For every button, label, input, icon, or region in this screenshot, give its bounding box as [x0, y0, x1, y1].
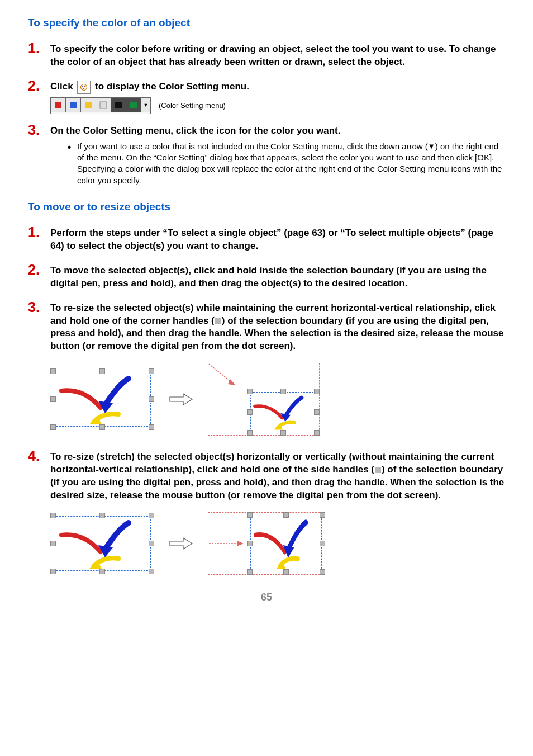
- step-1-2-text: Click to display the Color Setting menu.: [50, 81, 505, 94]
- step-number: 3.: [28, 123, 50, 137]
- selection-after: [208, 363, 320, 436]
- svg-rect-5: [70, 102, 77, 108]
- color-tool-icon[interactable]: [77, 81, 91, 94]
- svg-rect-9: [130, 102, 137, 108]
- resize-stretch-diagram: [50, 512, 505, 575]
- resize-proportional-diagram: [50, 363, 505, 436]
- step-2-2-text: To move the selected object(s), click an…: [50, 264, 505, 290]
- swatch-black[interactable]: [111, 98, 126, 112]
- selection-before: [50, 368, 154, 430]
- selection-before: [50, 513, 154, 574]
- step-2-3-text: To re-size the selected object(s) while …: [50, 302, 505, 353]
- svg-line-14: [209, 364, 232, 383]
- svg-point-1: [84, 86, 85, 87]
- color-setting-menu[interactable]: ▼: [50, 97, 151, 114]
- text-pre: If you want to use a color that is not i…: [77, 141, 428, 151]
- svg-point-0: [81, 84, 87, 90]
- arrow-right-icon: [169, 536, 193, 551]
- swatch-red[interactable]: [51, 98, 66, 112]
- down-arrow-icon: ▼: [428, 142, 435, 150]
- step-number: 1.: [28, 41, 50, 55]
- step-2-4: 4. To re-size (stretch) the selected obj…: [28, 449, 505, 502]
- step-2-1-text: Perform the steps under “To select a sin…: [50, 227, 505, 253]
- step-number: 2.: [28, 79, 50, 93]
- svg-marker-21: [237, 541, 244, 546]
- swatch-yellow[interactable]: [81, 98, 96, 112]
- selection-after: [208, 512, 325, 575]
- step-1-1-text: To specify the color before writing or d…: [50, 43, 505, 69]
- arrow-right-icon: [169, 392, 193, 407]
- text-pre: Click: [50, 81, 75, 92]
- side-handle-icon: [375, 467, 381, 473]
- swatch-green[interactable]: [126, 98, 141, 112]
- color-setting-menu-row: ▼ (Color Setting menu): [50, 97, 505, 114]
- step-1-3-bullet: ● If you want to use a color that is not…: [67, 141, 505, 186]
- color-menu-dropdown-icon[interactable]: ▼: [141, 98, 150, 112]
- svg-rect-4: [55, 102, 61, 108]
- step-2-2: 2. To move the selected object(s), click…: [28, 263, 505, 290]
- heading-specify-color: To specify the color of an object: [28, 17, 505, 29]
- swatch-blue[interactable]: [66, 98, 81, 112]
- step-1-3: 3. On the Color Setting menu, click the …: [28, 123, 505, 186]
- bullet-icon: ●: [67, 141, 77, 186]
- svg-rect-8: [115, 102, 122, 108]
- step-1-2: 2. Click to display the Color Setting me…: [28, 79, 505, 94]
- corner-handle-icon: [215, 318, 221, 324]
- step-1-3-text: On the Color Setting menu, click the ico…: [50, 125, 505, 138]
- svg-rect-6: [85, 102, 92, 108]
- svg-point-2: [82, 86, 83, 87]
- step-2-3: 3. To re-size the selected object(s) whi…: [28, 300, 505, 353]
- color-menu-label: (Color Setting menu): [159, 101, 226, 110]
- swatch-white[interactable]: [96, 98, 111, 112]
- step-number: 3.: [28, 300, 50, 314]
- svg-rect-7: [100, 102, 107, 108]
- step-2-4-text: To re-size (stretch) the selected object…: [50, 451, 505, 502]
- heading-move-resize: To move or to resize objects: [28, 201, 505, 213]
- bullet-text: If you want to use a color that is not i…: [77, 141, 505, 186]
- step-number: 2.: [28, 263, 50, 277]
- step-2-1: 1. Perform the steps under “To select a …: [28, 225, 505, 253]
- step-number: 4.: [28, 449, 50, 463]
- step-number: 1.: [28, 225, 50, 239]
- text-post: to display the Color Setting menu.: [95, 81, 249, 92]
- step-1-1: 1. To specify the color before writing o…: [28, 41, 505, 69]
- svg-point-3: [83, 88, 84, 89]
- page-number: 65: [28, 592, 505, 603]
